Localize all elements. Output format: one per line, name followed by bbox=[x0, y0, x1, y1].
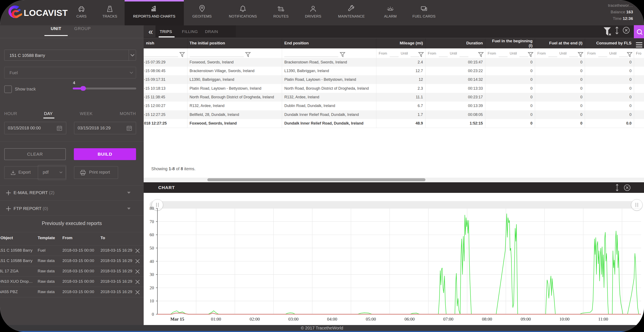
svg-text:40: 40 bbox=[150, 259, 154, 264]
svg-text:08:00: 08:00 bbox=[482, 317, 492, 322]
svg-text:02:00: 02:00 bbox=[250, 317, 260, 322]
svg-text:09:00: 09:00 bbox=[521, 317, 531, 322]
svg-text:10: 10 bbox=[150, 298, 154, 304]
svg-text:01:00: 01:00 bbox=[211, 317, 221, 322]
svg-text:20: 20 bbox=[150, 285, 154, 290]
svg-text:0: 0 bbox=[152, 312, 154, 317]
svg-text:07:00: 07:00 bbox=[443, 317, 454, 322]
svg-text:05:00: 05:00 bbox=[366, 317, 376, 322]
svg-text:04:00: 04:00 bbox=[327, 317, 337, 322]
svg-text:06:00: 06:00 bbox=[404, 317, 415, 322]
svg-text:70: 70 bbox=[150, 219, 154, 224]
svg-text:03:00: 03:00 bbox=[288, 317, 298, 322]
svg-text:30: 30 bbox=[150, 272, 154, 277]
svg-text:60: 60 bbox=[150, 232, 154, 237]
svg-text:50: 50 bbox=[150, 246, 154, 251]
svg-text:10:00: 10:00 bbox=[559, 317, 570, 322]
svg-text:11:00: 11:00 bbox=[598, 317, 608, 322]
svg-text:80: 80 bbox=[150, 206, 154, 211]
svg-text:Mar 15: Mar 15 bbox=[170, 317, 184, 322]
